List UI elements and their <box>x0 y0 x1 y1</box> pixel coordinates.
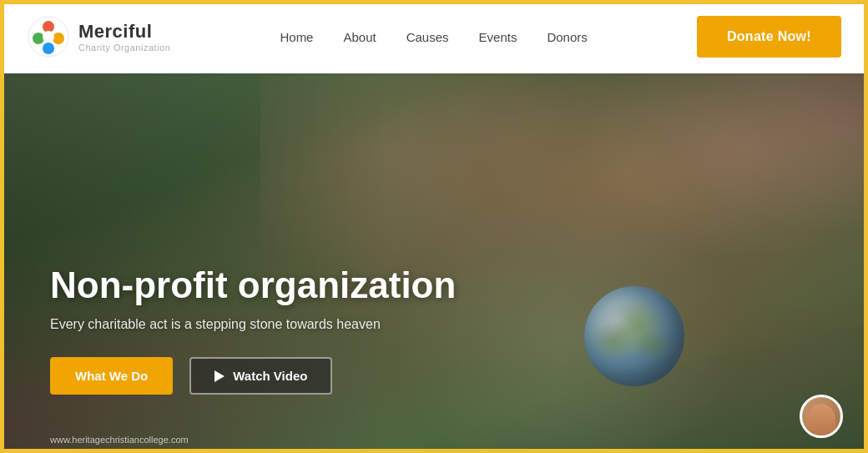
logo-icon <box>27 15 70 58</box>
avatar-face <box>807 404 835 435</box>
watch-video-label: Watch Video <box>233 369 307 383</box>
logo: Merciful Charity Organization <box>27 15 170 58</box>
hero-overlay <box>0 73 868 453</box>
logo-subtitle: Charity Organization <box>78 43 170 53</box>
header: Merciful Charity Organization Home About… <box>0 0 868 73</box>
watch-video-button[interactable]: Watch Video <box>189 357 332 395</box>
nav-item-causes[interactable]: Causes <box>406 30 449 44</box>
hero-content: Non-profit organization Every charitable… <box>50 264 456 395</box>
globe-decoration <box>584 286 684 386</box>
nav-item-donors[interactable]: Donors <box>547 30 587 44</box>
footer-url: www.heritagechristiancollege.com <box>50 435 189 445</box>
svg-point-1 <box>43 21 54 33</box>
logo-title: Merciful <box>78 21 170 43</box>
globe-land <box>584 286 684 386</box>
hero-section: Non-profit organization Every charitable… <box>0 73 868 453</box>
svg-point-2 <box>53 33 64 44</box>
nav-item-home[interactable]: Home <box>280 30 313 44</box>
hero-buttons: What We Do Watch Video <box>50 357 456 395</box>
svg-point-4 <box>43 43 54 54</box>
play-icon <box>214 370 225 382</box>
main-nav: Home About Causes Events Donors <box>280 30 587 44</box>
donate-now-button[interactable]: Donate Now! <box>697 16 841 58</box>
nav-item-events[interactable]: Events <box>479 30 517 44</box>
what-we-do-button[interactable]: What We Do <box>50 357 173 395</box>
logo-text: Merciful Charity Organization <box>78 21 170 53</box>
hero-title: Non-profit organization <box>50 264 456 307</box>
avatar <box>800 395 843 438</box>
nav-item-about[interactable]: About <box>343 30 376 44</box>
svg-point-3 <box>33 33 44 44</box>
hero-subtitle: Every charitable act is a stepping stone… <box>50 317 456 332</box>
